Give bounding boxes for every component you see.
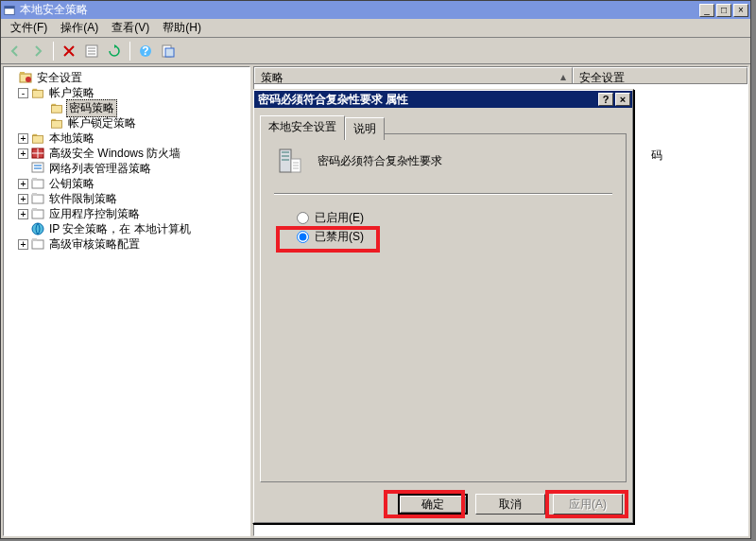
- menu-help[interactable]: 帮助(H): [157, 18, 207, 38]
- svg-rect-18: [52, 120, 62, 128]
- svg-rect-39: [282, 159, 289, 161]
- svg-rect-9: [165, 48, 174, 57]
- column-security[interactable]: 安全设置: [573, 67, 747, 83]
- radio-disabled[interactable]: 已禁用(S): [297, 227, 612, 246]
- close-button[interactable]: ×: [733, 4, 748, 17]
- dialog-buttons: 确定 取消 应用(A): [398, 494, 623, 515]
- minimize-button[interactable]: _: [699, 4, 714, 17]
- sort-indicator-icon: ▴: [560, 70, 566, 83]
- folder-icon: [49, 116, 64, 130]
- radio-enabled[interactable]: 已启用(E): [297, 208, 612, 227]
- svg-rect-31: [32, 210, 43, 218]
- tree-root[interactable]: 安全设置: [6, 70, 249, 85]
- dialog-body: 密码必须符合复杂性要求 已启用(E) 已禁用(S): [260, 134, 627, 482]
- tree-pane[interactable]: 安全设置 - 帐户策略 密码策略 帐户锁定策略: [3, 66, 250, 536]
- tree-local-policy[interactable]: + 本地策略: [6, 131, 249, 146]
- delete-button[interactable]: [59, 41, 79, 61]
- svg-rect-16: [52, 105, 62, 113]
- svg-rect-24: [32, 163, 43, 172]
- dialog-close-button[interactable]: ×: [615, 93, 630, 106]
- tree-software[interactable]: + 软件限制策略: [6, 191, 249, 206]
- column-policy[interactable]: 策略 ▴: [254, 67, 573, 83]
- menu-view[interactable]: 查看(V): [106, 18, 155, 38]
- ok-button[interactable]: 确定: [398, 494, 468, 515]
- policy-server-icon: [274, 146, 304, 176]
- titlebar[interactable]: 本地安全策略 _ □ ×: [1, 1, 750, 19]
- folder-icon: [30, 86, 45, 99]
- svg-rect-35: [32, 238, 37, 241]
- menu-action[interactable]: 操作(A): [55, 18, 104, 38]
- tree-password-policy[interactable]: 密码策略: [6, 100, 249, 115]
- ipsec-icon: [30, 222, 45, 236]
- svg-rect-28: [32, 178, 37, 181]
- dialog-titlebar[interactable]: 密码必须符合复杂性要求 属性 ? ×: [254, 91, 632, 108]
- svg-rect-27: [32, 180, 43, 188]
- tree-appctrl[interactable]: + 应用程序控制策略: [6, 206, 249, 221]
- toolbar: ?: [1, 38, 750, 64]
- tree-network-list[interactable]: 网络列表管理器策略: [6, 161, 249, 176]
- toolbar-separator: [129, 42, 130, 61]
- tree-account-policy[interactable]: - 帐户策略: [6, 85, 249, 100]
- separator: [274, 193, 612, 195]
- back-button: [5, 41, 26, 61]
- properties-button[interactable]: [81, 41, 102, 61]
- list-row-fragment: 码: [651, 148, 662, 164]
- svg-rect-20: [33, 135, 43, 143]
- maximize-button[interactable]: □: [716, 4, 731, 17]
- export-button[interactable]: [158, 41, 179, 61]
- tree-audit[interactable]: + 高级审核策略配置: [6, 236, 249, 252]
- radio-group: 已启用(E) 已禁用(S): [297, 208, 612, 246]
- svg-point-33: [32, 223, 43, 235]
- svg-rect-1: [5, 6, 15, 9]
- toolbar-separator: [53, 42, 54, 61]
- tree-pubkey[interactable]: + 公钥策略: [6, 176, 249, 191]
- apply-button[interactable]: 应用(A): [553, 494, 623, 515]
- folder-icon: [30, 237, 45, 251]
- folder-icon: [30, 192, 45, 205]
- svg-rect-14: [33, 90, 43, 97]
- network-icon: [30, 162, 45, 175]
- radio-disabled-input[interactable]: [297, 231, 309, 243]
- svg-rect-11: [20, 72, 25, 75]
- svg-rect-30: [32, 193, 37, 196]
- list-header: 策略 ▴ 安全设置: [254, 67, 747, 84]
- svg-text:?: ?: [142, 44, 148, 58]
- help-button[interactable]: ?: [135, 41, 156, 61]
- dialog-title: 密码必须符合复杂性要求 属性: [256, 92, 596, 108]
- svg-rect-29: [32, 195, 43, 203]
- forward-button: [27, 41, 48, 61]
- folder-icon: [49, 101, 64, 114]
- window-title: 本地安全策略: [20, 2, 699, 18]
- svg-rect-34: [32, 240, 43, 249]
- tree-lockout-policy[interactable]: 帐户锁定策略: [6, 115, 249, 131]
- svg-point-12: [26, 77, 31, 82]
- radio-enabled-input[interactable]: [297, 212, 309, 224]
- app-icon: [3, 4, 16, 17]
- dialog-help-button[interactable]: ?: [598, 93, 613, 106]
- folder-icon: [30, 131, 45, 145]
- tree-ipsec[interactable]: IP 安全策略，在 本地计算机: [6, 221, 249, 236]
- tab-explain[interactable]: 说明: [345, 117, 385, 140]
- properties-dialog: 密码必须符合复杂性要求 属性 ? × 本地安全设置 说明 密码必须符合复杂性要求…: [252, 89, 634, 524]
- firewall-icon: [30, 147, 45, 160]
- dialog-header-text: 密码必须符合复杂性要求: [318, 153, 442, 169]
- menubar: 文件(F) 操作(A) 查看(V) 帮助(H): [1, 19, 750, 38]
- svg-rect-37: [282, 151, 289, 153]
- folder-icon: [30, 207, 45, 220]
- folder-icon: [30, 177, 45, 190]
- cancel-button[interactable]: 取消: [475, 494, 545, 515]
- svg-rect-38: [282, 155, 289, 157]
- security-settings-icon: [18, 71, 33, 84]
- tree-firewall[interactable]: + 高级安全 Windows 防火墙: [6, 146, 249, 161]
- refresh-button[interactable]: [104, 41, 125, 61]
- menu-file[interactable]: 文件(F): [5, 18, 53, 38]
- tab-local-security[interactable]: 本地安全设置: [260, 115, 345, 140]
- svg-rect-32: [32, 208, 37, 211]
